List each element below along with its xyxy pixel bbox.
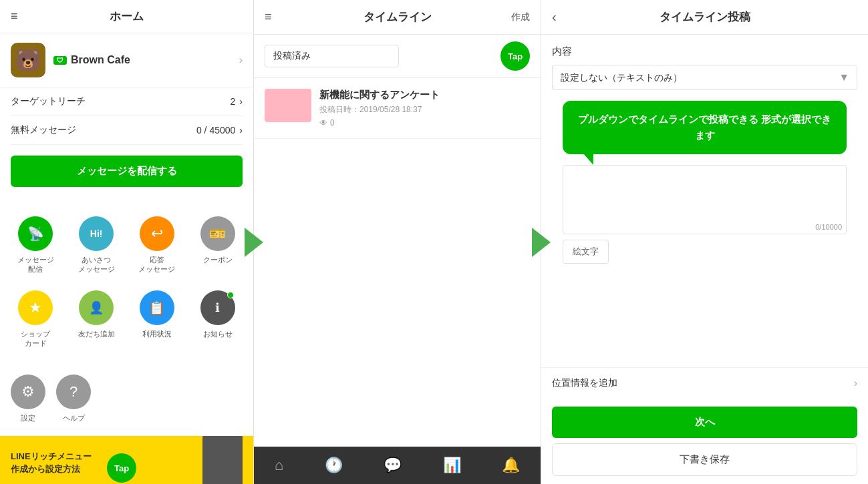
menu-item-response[interactable]: ↩ 応答メッセージ [127, 208, 188, 282]
profile-section[interactable]: 🐻 🛡 Brown Cafe › [0, 33, 253, 87]
menu-label-news: お知らせ [203, 329, 233, 338]
content-section-label: 内容 [552, 45, 857, 58]
tl-history-nav-icon: 🕐 [325, 457, 343, 474]
post-form-panel: ‹ タイムライン投稿 内容 設定しない（テキストのみ）画像動画クーポン ▼ プル… [541, 0, 868, 484]
location-row[interactable]: 位置情報を追加 › [541, 367, 868, 399]
location-label: 位置情報を追加 [552, 377, 617, 389]
timeline-bottom-nav: ⌂ 🕐 💬 📊 🔔 [254, 447, 541, 484]
timeline-menu-icon[interactable]: ≡ [265, 10, 272, 24]
menu-item-usage[interactable]: 📋 利用状況 [127, 282, 188, 356]
banner-tap-label: Tap [114, 463, 129, 473]
menu-label-addfriend: 友だち追加 [78, 329, 115, 338]
post-stats: 👁 0 [319, 118, 530, 128]
response-icon: ↩ [140, 216, 174, 251]
menu-label-settings: 設定 [21, 413, 35, 423]
menu-item-shopcard[interactable]: ★ ショップカード [5, 282, 66, 356]
tl-nav-notification[interactable]: 🔔 [502, 457, 520, 474]
menu-label-broadcast: メッセージ配信 [17, 255, 54, 274]
post-type-select[interactable]: 設定しない（テキストのみ）画像動画クーポン [552, 65, 857, 90]
stat-reach-label: ターゲットリーチ [11, 95, 86, 107]
banner-tap-bubble[interactable]: Tap [107, 453, 136, 483]
profile-info: 🛡 Brown Cafe [53, 54, 239, 66]
menu-item-settings[interactable]: ⚙ 設定 [5, 367, 51, 431]
post-content: 新機能に関するアンケート 投稿日時：2019/05/28 18:37 👁 0 [319, 89, 530, 128]
right-arrow-icon [245, 228, 263, 257]
char-count: 0/10000 [563, 222, 846, 234]
eye-icon: 👁 [319, 118, 327, 128]
menu-item-coupon[interactable]: 🎫 クーポン [187, 208, 248, 282]
usage-icon: 📋 [140, 290, 174, 325]
menu-item-help[interactable]: ? ヘルプ [51, 367, 96, 431]
menu-label-shopcard: ショップカード [21, 329, 50, 348]
text-area-wrapper: 0/10000 [563, 165, 847, 234]
stat-row-message[interactable]: 無料メッセージ 0 / 45000 › [11, 116, 243, 145]
timeline-tap-button[interactable]: Tap [500, 41, 530, 71]
send-message-button[interactable]: メッセージを配信する [11, 156, 243, 187]
post-thumbnail [265, 89, 311, 122]
bottom-banner[interactable]: LINEリッチメニュー 作成から設定方法 Tap [0, 436, 253, 484]
post-type-select-wrapper: 設定しない（テキストのみ）画像動画クーポン ▼ [552, 65, 857, 90]
stat-message-value: 0 / 45000 › [196, 125, 243, 136]
settings-icon: ⚙ [11, 375, 45, 409]
stat-row-reach[interactable]: ターゲットリーチ 2 › [11, 87, 243, 116]
addfriend-icon: 👤 [79, 290, 114, 325]
tl-nav-stats[interactable]: 📊 [443, 457, 461, 474]
menu-label-help: ヘルプ [63, 413, 85, 423]
timeline-filter-bar: Tap [254, 35, 541, 78]
post-date: 投稿日時：2019/05/28 18:37 [319, 104, 530, 115]
menu-item-greeting[interactable]: Hi! あいさつメッセージ [66, 208, 127, 282]
tl-notification-nav-icon: 🔔 [502, 457, 520, 474]
tl-nav-home[interactable]: ⌂ [275, 457, 283, 474]
post-header: ‹ タイムライン投稿 [541, 0, 868, 35]
home-panel: ≡ ホーム 🐻 🛡 Brown Cafe › ターゲットリーチ 2 › 無 [0, 0, 254, 484]
tl-nav-chat[interactable]: 💬 [384, 457, 402, 474]
timeline-filter-select[interactable] [265, 45, 399, 67]
shopcard-icon: ★ [18, 290, 53, 325]
profile-chevron-icon: › [239, 54, 243, 66]
menu-label-response: 応答メッセージ [138, 255, 175, 274]
menu-item-news[interactable]: ℹ お知らせ [187, 282, 248, 356]
menu-item-broadcast[interactable]: 📡 メッセージ配信 [5, 208, 66, 282]
timeline-create-action[interactable]: 作成 [511, 11, 530, 23]
post-form-content: 内容 設定しない（テキストのみ）画像動画クーポン ▼ プルダウンでタイムラインで… [541, 35, 868, 367]
news-icon: ℹ [200, 290, 235, 325]
post-views: 0 [330, 118, 335, 128]
coupon-icon: 🎫 [200, 216, 235, 251]
menu-label-coupon: クーポン [203, 255, 233, 264]
tl-chat-nav-icon: 💬 [384, 457, 402, 474]
tl-stats-nav-icon: 📊 [443, 457, 461, 474]
tl-nav-history[interactable]: 🕐 [325, 457, 343, 474]
stat-reach-value: 2 › [231, 96, 243, 107]
help-icon: ? [56, 375, 91, 409]
post-item[interactable]: 新機能に関するアンケート 投稿日時：2019/05/28 18:37 👁 0 [254, 78, 541, 139]
post-text-area[interactable] [563, 166, 846, 219]
home-header: ≡ ホーム [0, 0, 253, 33]
bear-avatar-icon: 🐻 [11, 43, 45, 77]
profile-name-text: Brown Cafe [71, 54, 130, 66]
next-button[interactable]: 次へ [552, 407, 857, 438]
verified-badge: 🛡 [53, 56, 67, 65]
broadcast-icon: 📡 [18, 216, 53, 251]
shield-icon: 🛡 [57, 57, 63, 64]
action-buttons: 次へ 下書き保存 [541, 399, 868, 484]
stat-message-label: 無料メッセージ [11, 124, 76, 136]
menu-label-greeting: あいさつメッセージ [78, 255, 115, 274]
avatar: 🐻 [11, 43, 45, 77]
menu-label-usage: 利用状況 [142, 329, 172, 338]
profile-name: 🛡 Brown Cafe [53, 54, 239, 66]
draft-button[interactable]: 下書き保存 [552, 443, 857, 476]
emoji-button[interactable]: 絵文字 [563, 240, 609, 264]
menu-item-addfriend[interactable]: 👤 友だち追加 [66, 282, 127, 356]
tl-home-nav-icon: ⌂ [275, 457, 283, 474]
timeline-panel: ≡ タイムライン 作成 Tap 新機能に関するアンケート 投稿日時：2019/0… [254, 0, 541, 484]
post-form-title: タイムライン投稿 [660, 9, 750, 25]
menu-grid: 📡 メッセージ配信 Hi! あいさつメッセージ ↩ 応答メッセージ 🎫 クーポン… [0, 198, 253, 367]
banner-text-line2: 作成から設定方法 [11, 463, 92, 476]
news-notification-dot [227, 292, 234, 298]
home-menu-icon[interactable]: ≡ [11, 9, 18, 23]
home-title: ホーム [110, 9, 144, 24]
greeting-icon: Hi! [79, 216, 114, 251]
banner-text-line1: LINEリッチメニュー [11, 450, 92, 463]
back-button[interactable]: ‹ [552, 9, 557, 25]
tooltip-balloon: プルダウンでタイムラインで投稿できる 形式が選択できます [563, 101, 847, 154]
